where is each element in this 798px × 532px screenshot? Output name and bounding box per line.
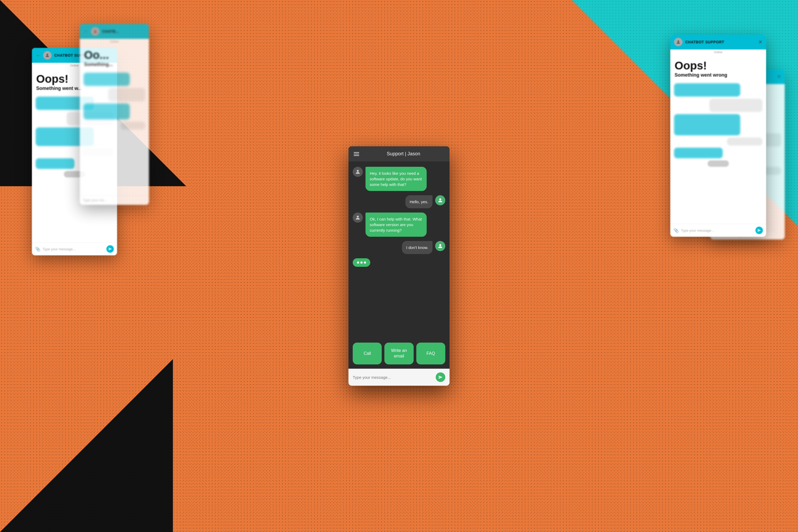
panel-left-medium-header: ← CHATB... [80,24,149,39]
svg-point-7 [439,244,441,246]
avatar-left-medium [91,27,99,36]
send-btn-right-large[interactable] [756,227,763,234]
oops-sub-left-medium: Something... [84,62,145,67]
faq-button[interactable]: FAQ [416,343,445,364]
message-row-1: Hey, it looks like you need a software u… [353,167,445,191]
message-row-4: I don't know. [353,241,445,254]
oops-sub-right-large: Something went wrong [674,72,762,78]
blur-msg-rl-6 [707,160,729,167]
panel-left-medium: ← CHATB... Online Oo... Something... Typ… [80,24,149,205]
typing-bubble [353,258,370,267]
avatar-right-large [674,38,683,46]
bot-message-1: Hey, it looks like you need a software u… [365,167,427,191]
panel-left-medium-title: CHATB... [102,29,119,34]
blur-msg-rl-2 [709,99,762,112]
blur-msg-lm-4 [120,121,145,130]
user-avatar-1 [435,195,445,205]
oops-section-right-large: Oops! Something went wrong [670,55,766,81]
svg-point-2 [678,40,679,42]
hamburger-line-1 [354,152,359,153]
send-icon [438,375,443,379]
typing-indicator [353,258,445,269]
attachment-icon-left-large: 📎 [35,247,40,252]
blur-msg-lm-2 [108,88,145,101]
attachment-icon-right-large: 📎 [673,228,679,233]
hamburger-line-3 [354,155,359,156]
message-row-2: Hello, yes. [353,195,445,208]
panel-left-medium-status: Online [80,39,149,44]
svg-point-1 [94,30,96,32]
blur-msg-lm-1 [83,73,130,86]
svg-point-0 [46,54,48,55]
panel-right-large-header: CHATBOT SUPPORT ✕ [670,35,766,50]
call-button[interactable]: Call [353,343,382,364]
user-message-2: I don't know. [402,241,433,254]
blur-msg-rl-4 [727,137,762,146]
hamburger-menu[interactable] [354,152,359,156]
typing-dot-2 [360,262,363,264]
blur-msg-rl-5 [674,148,723,158]
panel-right-large-input-row: 📎 Type your message... [670,224,766,237]
oops-title-right-large: Oops! [674,60,762,71]
action-buttons-container: Call Write an email FAQ [348,338,450,369]
bot-avatar-1 [353,167,363,177]
back-button-left-large[interactable]: ← [36,53,40,58]
panel-left-medium-input[interactable]: Type your me... [83,198,146,202]
panel-right-large-status: Online [670,50,766,55]
chat-header: Support | Jason [348,146,450,162]
write-email-button[interactable]: Write an email [384,343,413,364]
blur-msg-rl-1 [674,83,740,97]
panel-right-large: CHATBOT SUPPORT ✕ Online Oops! Something… [670,35,766,237]
typing-dot-1 [357,262,359,264]
panel-left-large-input[interactable]: Type your message... [42,247,104,251]
message-input[interactable] [353,375,433,380]
main-chat-window: Support | Jason Hey, it looks like you n… [348,146,450,386]
blurred-messages-left-medium [80,70,149,195]
avatar-left-large [43,51,52,60]
typing-dot-3 [364,262,366,264]
blurred-messages-right-large [670,81,766,224]
close-button-right-medium[interactable]: ✕ [777,74,781,79]
user-avatar-2 [435,241,445,251]
close-button-right-large[interactable]: ✕ [758,39,762,45]
send-button[interactable] [436,373,445,382]
svg-point-4 [357,170,359,172]
blur-msg-rl-3 [674,114,740,135]
chat-title: Support | Jason [363,151,444,157]
svg-point-5 [439,198,441,200]
chat-messages-container: Hey, it looks like you need a software u… [348,162,450,338]
svg-point-6 [357,216,359,217]
send-btn-left-large[interactable] [107,245,114,253]
oops-title-left-medium: Oo... [84,50,145,61]
bot-message-2: Ok, I can help with that. What software … [365,212,427,237]
blur-msg-lm-3 [83,103,130,119]
oops-section-left-medium: Oo... Something... [80,44,149,70]
back-button-left-medium[interactable]: ← [83,29,88,34]
hamburger-line-2 [354,154,359,154]
bot-avatar-2 [353,212,363,223]
message-row-3: Ok, I can help with that. What software … [353,212,445,237]
panel-right-large-input[interactable]: Type your message... [681,228,753,232]
blur-msg-5 [36,158,75,169]
panel-right-large-title: CHATBOT SUPPORT [685,40,724,44]
panel-left-medium-input-row: Type your me... [80,195,149,205]
message-input-row [348,369,450,386]
panel-left-large-input-row: 📎 Type your message... [32,242,117,255]
user-message-1: Hello, yes. [405,195,433,208]
